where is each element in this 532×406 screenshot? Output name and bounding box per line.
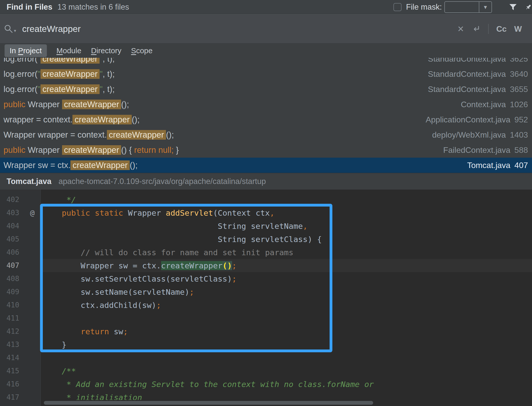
code-text[interactable]: */ (41, 193, 532, 206)
result-row[interactable]: public Wrapper createWrapper() { return … (0, 142, 532, 158)
result-row[interactable]: Wrapper wrapper = context.createWrapper(… (0, 127, 532, 142)
insert-newline-icon[interactable] (471, 24, 481, 33)
line-number: 416 (0, 378, 19, 391)
line-number: 404 (0, 219, 19, 233)
editor-gutter: 414 (0, 351, 41, 364)
result-snippet: Wrapper wrapper = context.createWrapper(… (4, 130, 174, 140)
code-text[interactable]: /** (41, 364, 532, 378)
editor-line-402: 402 */ (0, 193, 532, 206)
file-mask-dropdown-button[interactable]: ▾ (479, 2, 491, 12)
code-text[interactable]: * Add an existing Servlet to the context… (41, 378, 532, 391)
filter-icon (509, 3, 517, 11)
pin-button[interactable] (525, 1, 532, 13)
horizontal-scrollbar[interactable] (41, 400, 532, 406)
line-number: 402 (0, 193, 19, 206)
search-history-button[interactable]: ▾ (4, 24, 16, 34)
result-row[interactable]: log.error("createWrapper", t);StandardCo… (0, 82, 532, 97)
editor-gutter: 416 (0, 378, 41, 391)
clear-search-button[interactable]: × (458, 24, 464, 34)
result-file-ref: FailedContext.java588 (443, 145, 528, 155)
editor-line-406: 406 // will do class for name and set in… (0, 246, 532, 259)
line-number: 412 (0, 325, 19, 338)
file-mask-input[interactable] (445, 2, 479, 12)
code-text[interactable]: String servletClass) { (41, 233, 532, 246)
editor-line-408: 408 sw.setServletClass(servletClass); (0, 272, 532, 285)
result-file-ref: deploy/WebXml.java1403 (432, 130, 528, 140)
editor-line-411: 411 (0, 312, 532, 325)
tab-directory[interactable]: Directory (91, 46, 121, 55)
search-bar: ▾ × Cc W (0, 14, 532, 44)
mnemonic: S (131, 46, 136, 55)
editor-line-414: 414 (0, 351, 532, 364)
result-row[interactable]: log.error("createWrapper", t);StandardCo… (0, 58, 532, 66)
result-snippet: log.error("createWrapper", t); (4, 58, 115, 64)
annotation-gutter-icon[interactable]: @ (19, 206, 41, 219)
preview-file-path: apache-tomcat-7.0.109-src/java/org/apach… (59, 177, 266, 186)
code-text[interactable]: return sw; (41, 325, 532, 338)
editor-gutter: 403@ (0, 206, 41, 219)
editor-line-415: 415 /** (0, 364, 532, 378)
line-number: 405 (0, 233, 19, 246)
editor-line-407: 407 Wrapper sw = ctx.createWrapper(); (0, 259, 532, 272)
filter-button[interactable] (509, 3, 517, 11)
result-file-ref: Context.java1026 (461, 100, 528, 109)
tab-in-project[interactable]: In Project (5, 44, 47, 57)
editor-gutter: 417 (0, 391, 41, 404)
file-mask-combobox[interactable]: ▾ (444, 1, 492, 13)
preview-file-name: Tomcat.java (7, 177, 51, 186)
preview-header: Tomcat.java apache-tomcat-7.0.109-src/ja… (0, 173, 532, 190)
code-text[interactable] (41, 351, 532, 364)
editor-gutter: 408 (0, 272, 41, 285)
result-row[interactable]: Wrapper sw = ctx.createWrapper();Tomcat.… (0, 158, 532, 173)
result-file-ref: StandardContext.java3655 (428, 85, 528, 94)
editor-gutter: 412 (0, 325, 41, 338)
editor-line-413: 413 } (0, 338, 532, 351)
editor-gutter: 405 (0, 233, 41, 246)
mnemonic: P (18, 46, 23, 55)
editor-gutter: 402 (0, 193, 41, 206)
editor-line-410: 410 ctx.addChild(sw); (0, 299, 532, 312)
editor-line-409: 409 sw.setName(servletName); (0, 285, 532, 299)
find-in-files-panel: Find in Files 13 matches in 6 files File… (0, 0, 532, 406)
tab-module[interactable]: Module (56, 46, 81, 55)
code-text[interactable]: sw.setName(servletName); (41, 285, 532, 299)
code-text[interactable]: // will do class for name and set init p… (41, 246, 532, 259)
line-number: 415 (0, 364, 19, 378)
result-snippet: log.error("createWrapper", t); (4, 84, 115, 94)
result-snippet: log.error("createWrapper", t); (4, 69, 115, 79)
editor-preview[interactable]: 402 */403@ public static Wrapper addServ… (0, 190, 532, 406)
editor-line-412: 412 return sw; (0, 325, 532, 338)
search-icon (4, 24, 14, 34)
editor-gutter: 413 (0, 338, 41, 351)
line-number: 406 (0, 246, 19, 259)
editor-line-405: 405 String servletClass) { (0, 233, 532, 246)
tab-scope[interactable]: Scope (131, 46, 153, 55)
code-text[interactable]: String servletName, (41, 219, 532, 233)
search-input[interactable] (22, 24, 458, 34)
code-text[interactable]: } (41, 338, 532, 351)
line-number: 413 (0, 338, 19, 351)
titlebar: Find in Files 13 matches in 6 files File… (0, 0, 532, 14)
file-mask-checkbox[interactable] (393, 3, 402, 11)
match-case-toggle[interactable]: Cc (496, 24, 507, 34)
whole-words-toggle[interactable]: W (514, 24, 522, 34)
result-row[interactable]: public Wrapper createWrapper();Context.j… (0, 97, 532, 112)
editor-gutter: 411 (0, 312, 41, 325)
file-mask-label: File mask: (406, 3, 442, 12)
result-snippet: public Wrapper createWrapper(); (4, 100, 129, 109)
result-snippet: public Wrapper createWrapper() { return … (4, 145, 179, 155)
code-text[interactable]: Wrapper sw = ctx.createWrapper(); (41, 259, 532, 272)
mnemonic: M (56, 46, 63, 55)
editor-gutter: 404 (0, 219, 41, 233)
code-text[interactable]: public static Wrapper addServlet(Context… (41, 206, 532, 219)
editor-gutter: 415 (0, 364, 41, 378)
result-row[interactable]: wrapper = context.createWrapper();Applic… (0, 112, 532, 127)
panel-title: Find in Files (7, 3, 52, 12)
code-text[interactable]: ctx.addChild(sw); (41, 299, 532, 312)
code-text[interactable] (41, 312, 532, 325)
code-text[interactable]: sw.setServletClass(servletClass); (41, 272, 532, 285)
editor-gutter: 409 (0, 285, 41, 299)
result-row[interactable]: log.error("createWrapper", t);StandardCo… (0, 66, 532, 82)
scrollbar-thumb[interactable] (44, 401, 373, 405)
result-file-ref: ApplicationContext.java952 (426, 115, 528, 124)
